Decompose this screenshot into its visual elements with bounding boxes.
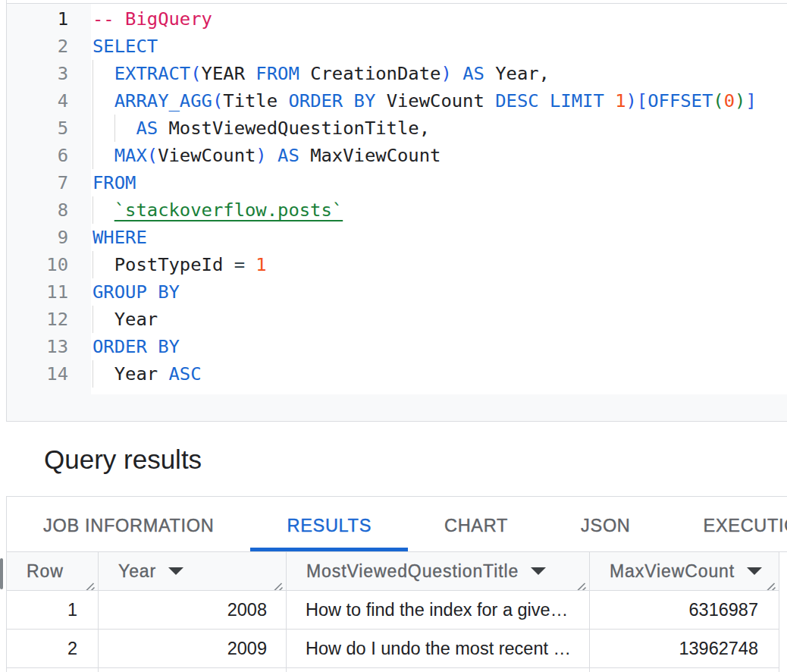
code-line[interactable]: 2SELECT (7, 33, 787, 60)
code-line[interactable]: 11GROUP BY (7, 278, 787, 306)
code-line[interactable]: 9WHERE (7, 224, 787, 251)
line-number: 5 (7, 115, 68, 142)
code-lines: 1-- BigQuery2SELECT3 EXTRACT(YEAR FROM C… (7, 5, 787, 388)
code-token-fn: ARRAY_AGG (114, 90, 212, 111)
column-resize-grip-icon[interactable] (764, 578, 776, 590)
code-token-fn: OFFSET (647, 90, 713, 111)
code-line[interactable]: 13ORDER BY (7, 333, 787, 360)
table-cell: 6316987 (590, 591, 779, 630)
code-line[interactable]: 5 AS MostViewedQuestionTitle, (7, 115, 787, 142)
code-text: MAX(ViewCount) AS MaxViewCount (92, 142, 441, 169)
code-token-id: ViewCount (158, 145, 256, 166)
code-token-id (343, 90, 353, 111)
code-token-kw: SELECT (92, 36, 158, 57)
code-line[interactable]: 7FROM (7, 169, 787, 196)
results-table: RowYearMostViewedQuestionTitleMaxViewCou… (7, 552, 787, 672)
code-token-b2: ) (735, 90, 745, 111)
code-token-id (92, 118, 136, 139)
code-token-id (245, 254, 256, 275)
code-token-kw: AS (277, 145, 299, 166)
tab-json[interactable]: JSON (544, 497, 666, 551)
column-header-mostviewedquestiontitle[interactable]: MostViewedQuestionTitle (287, 552, 590, 591)
table-row: 22009How do I undo the most recent …1396… (7, 630, 787, 668)
line-number: 9 (7, 224, 68, 251)
code-token-b1: ] (745, 90, 756, 111)
code-token-b1: )[ (626, 90, 647, 111)
code-token-kw: AS (462, 63, 484, 84)
table-cell: 1 (7, 591, 99, 630)
line-number: 6 (7, 142, 68, 169)
code-text: PostTypeId = 1 (92, 251, 267, 278)
sort-arrow-icon[interactable] (747, 567, 762, 575)
code-token-kw: FROM (256, 63, 299, 84)
column-resize-grip-icon[interactable] (575, 578, 587, 590)
code-token-b1: ) (256, 145, 266, 166)
column-resize-grip-icon[interactable] (271, 578, 284, 590)
code-token-id: MaxViewCount (299, 145, 441, 166)
code-token-kw: DESC (495, 90, 538, 111)
tab-label: JSON (581, 516, 630, 536)
code-token-id (92, 199, 114, 221)
code-token-b1: ( (147, 145, 158, 166)
table-cell (7, 668, 99, 672)
query-results-header: Query results (6, 422, 787, 497)
code-text: -- BigQuery (92, 5, 212, 33)
tab-execution-details[interactable]: EXECUTION DETAILS (667, 497, 787, 551)
code-token-id: CreationDate (299, 63, 441, 84)
code-token-num: 1 (256, 254, 266, 275)
sort-arrow-icon[interactable] (531, 567, 546, 575)
results-tab-bar: JOB INFORMATIONRESULTSCHARTJSONEXECUTION… (7, 497, 787, 551)
tab-job-information[interactable]: JOB INFORMATION (7, 497, 250, 551)
code-text: SELECT (92, 33, 158, 60)
tab-label: EXECUTION DETAILS (704, 516, 787, 536)
line-number: 2 (7, 33, 68, 60)
code-token-kw: BY (158, 336, 180, 357)
code-text: ORDER BY (92, 333, 180, 360)
code-token-b1: ( (190, 63, 201, 84)
code-token-id: Year (92, 309, 158, 330)
column-header-label: MostViewedQuestionTitle (306, 561, 519, 582)
table-cell: How do I undo the most recent … (287, 630, 590, 668)
code-line[interactable]: 6 MAX(ViewCount) AS MaxViewCount (7, 142, 787, 169)
code-token-id: Title (223, 90, 277, 111)
table-cell (99, 668, 287, 672)
table-reference-link[interactable]: `stackoverflow.posts` (114, 199, 343, 221)
code-line[interactable]: 12 Year (7, 306, 787, 333)
code-line[interactable]: 8 `stackoverflow.posts` (7, 196, 787, 224)
sql-editor[interactable]: 1-- BigQuery2SELECT3 EXTRACT(YEAR FROM C… (7, 4, 787, 421)
code-token-id (267, 145, 277, 166)
code-line[interactable]: 1-- BigQuery (7, 5, 787, 33)
code-token-kw: BY (158, 281, 180, 303)
line-number: 3 (7, 60, 68, 87)
table-cell (590, 668, 779, 672)
code-token-id: MostViewedQuestionTitle, (158, 118, 430, 139)
code-token-kw: LIMIT (550, 90, 604, 111)
left-scrollbar-thumb[interactable] (0, 558, 3, 589)
tab-chart[interactable]: CHART (408, 497, 544, 551)
column-header-maxviewcount[interactable]: MaxViewCount (590, 552, 779, 591)
code-token-id (92, 63, 114, 84)
code-line[interactable]: 4 ARRAY_AGG(Title ORDER BY ViewCount DES… (7, 87, 787, 115)
code-line[interactable]: 14 Year ASC (7, 360, 787, 388)
code-line[interactable]: 3 EXTRACT(YEAR FROM CreationDate) AS Yea… (7, 60, 787, 87)
column-header-label: Year (118, 561, 156, 582)
sort-arrow-icon[interactable] (168, 567, 183, 575)
code-text: EXTRACT(YEAR FROM CreationDate) AS Year, (92, 60, 550, 87)
code-text: ARRAY_AGG(Title ORDER BY ViewCount DESC … (92, 87, 757, 115)
tab-label: CHART (444, 516, 508, 536)
table-row (7, 668, 787, 672)
table-header-row: RowYearMostViewedQuestionTitleMaxViewCou… (7, 552, 787, 591)
column-header-row: Row (7, 552, 99, 591)
column-header-label: MaxViewCount (610, 561, 735, 582)
code-token-b1: ( (212, 90, 223, 111)
tab-results[interactable]: RESULTS (250, 497, 408, 551)
code-token-kw: FROM (92, 172, 136, 193)
code-line[interactable]: 10 PostTypeId = 1 (7, 251, 787, 278)
code-token-id (484, 90, 495, 111)
column-header-year[interactable]: Year (99, 552, 287, 591)
code-token-id: Year (92, 363, 158, 385)
code-token-kw: ORDER (288, 90, 343, 111)
code-token-kw: AS (136, 118, 158, 139)
line-number: 14 (7, 360, 68, 388)
column-resize-grip-icon[interactable] (83, 578, 96, 590)
